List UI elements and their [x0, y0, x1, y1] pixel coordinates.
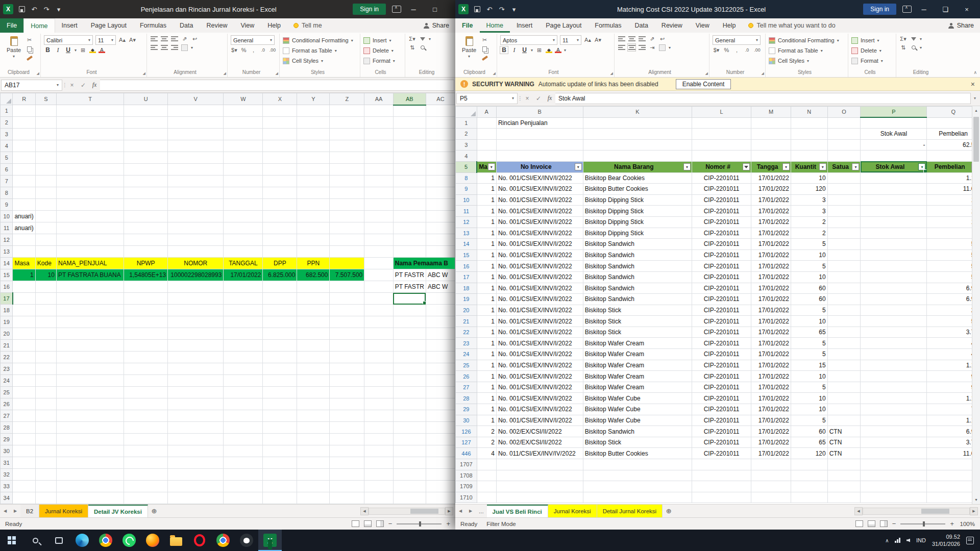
cell[interactable]: Biskitop Stick [583, 316, 692, 327]
cell[interactable] [224, 398, 263, 410]
cell[interactable]: 1 [477, 283, 496, 294]
cell[interactable]: Biskitop Wafer Cream [583, 371, 692, 382]
row-header-26[interactable]: 26 [456, 371, 477, 382]
cell[interactable] [364, 352, 394, 363]
cell[interactable] [168, 105, 224, 117]
sheet-tab-detail-jv-koreksi[interactable]: Detail JV Koreksi [88, 505, 148, 517]
cell[interactable] [297, 363, 330, 375]
cell[interactable] [224, 422, 263, 434]
cell[interactable] [224, 481, 263, 492]
cell[interactable]: 1,54805E+13 [124, 269, 168, 281]
cell[interactable] [263, 457, 297, 469]
row-header-11[interactable]: 11 [456, 206, 477, 217]
cell[interactable] [224, 352, 263, 363]
cell[interactable]: Biskitop Wafer Cream [583, 360, 692, 371]
chevron-down-icon[interactable]: ▾ [564, 48, 566, 53]
cell[interactable] [393, 410, 426, 422]
cell[interactable] [364, 222, 394, 234]
cell[interactable]: 17/01/2022 [751, 216, 791, 228]
fill-color-icon[interactable]: ◆ [89, 47, 96, 53]
cell[interactable] [56, 152, 124, 164]
format-painter-icon[interactable] [481, 55, 488, 62]
cell[interactable] [861, 316, 927, 327]
cell[interactable]: 5 [791, 305, 827, 316]
cell[interactable] [297, 140, 330, 152]
scroll-left-icon[interactable]: ◀ [360, 507, 369, 515]
cell[interactable] [56, 316, 124, 328]
cell[interactable]: 1 [477, 382, 496, 393]
cell[interactable] [330, 164, 364, 176]
cell[interactable] [168, 375, 224, 387]
zoom-in-icon[interactable]: + [950, 520, 954, 528]
insert-function-icon[interactable]: fx [544, 93, 555, 104]
cell[interactable] [13, 293, 35, 305]
cell[interactable]: Biskitop Sandwich [583, 294, 692, 305]
cell[interactable] [56, 222, 124, 234]
cell[interactable] [56, 422, 124, 434]
cell[interactable] [13, 492, 35, 504]
format-as-table-button[interactable]: Format as Table▾ [283, 45, 357, 56]
row-header-17[interactable]: 17 [1, 293, 13, 305]
cell[interactable] [861, 371, 927, 382]
cell[interactable] [330, 422, 364, 434]
cell[interactable] [124, 434, 168, 445]
cell[interactable] [124, 234, 168, 246]
cell[interactable] [297, 340, 330, 352]
cell[interactable] [477, 470, 496, 481]
orientation-icon[interactable]: ⇗ [648, 35, 656, 42]
row-header-24[interactable]: 24 [456, 349, 477, 360]
cell[interactable] [263, 492, 297, 504]
cell[interactable] [263, 398, 297, 410]
cell[interactable]: CTN [827, 437, 861, 448]
cell[interactable] [330, 258, 364, 269]
cell[interactable] [330, 152, 364, 164]
cell[interactable] [330, 129, 364, 140]
chevron-down-icon[interactable]: ▾ [75, 48, 77, 53]
cell[interactable] [364, 211, 394, 222]
cell[interactable] [168, 234, 224, 246]
cell[interactable]: No. 001/CSI/EX/INV/I/2022 [496, 216, 583, 228]
cell[interactable] [124, 469, 168, 481]
cell[interactable] [791, 492, 827, 503]
new-sheet-button[interactable]: ⊕ [663, 505, 675, 517]
shrink-font-icon[interactable]: A▾ [129, 37, 136, 44]
cell[interactable]: 1 [477, 228, 496, 239]
cell[interactable] [426, 176, 455, 187]
cell[interactable] [224, 187, 263, 199]
font-color-icon[interactable]: A [555, 47, 561, 53]
header-cell-no-invoice[interactable]: No Invoice▾ [496, 161, 583, 172]
cell[interactable] [364, 187, 394, 199]
autosum-icon[interactable]: Σ▾ [408, 35, 416, 42]
sort-filter-icon[interactable] [910, 35, 917, 42]
cell[interactable] [13, 457, 35, 469]
row-header-21[interactable]: 21 [456, 316, 477, 327]
align-top-icon[interactable] [150, 35, 158, 42]
cell[interactable]: Rincian Penjualan [496, 117, 583, 129]
cell[interactable]: No. 001/CSI/EX/INV/I/2022 [496, 305, 583, 316]
cell[interactable]: No. 011/CSI/EX/INV/IV/2022 [496, 448, 583, 459]
dialog-launcher-icon[interactable]: ◢ [705, 71, 708, 76]
wrap-text-icon[interactable]: ↩ [191, 35, 199, 42]
cell[interactable]: 60 [791, 294, 827, 305]
cell[interactable]: 5 [791, 382, 827, 393]
scroll-left-icon[interactable]: ◀ [854, 507, 863, 515]
cell[interactable]: Biskitop Sandwich [583, 283, 692, 294]
cell[interactable]: 10 [791, 393, 827, 404]
cell[interactable] [364, 293, 394, 305]
ribbon-tab-help[interactable]: Help [716, 18, 743, 33]
cell[interactable] [168, 305, 224, 316]
cell[interactable] [393, 293, 426, 305]
chevron-down-icon[interactable]: ▾ [429, 37, 431, 41]
cell[interactable] [426, 363, 455, 375]
cell[interactable] [791, 481, 827, 492]
column-header-Z[interactable]: Z [330, 93, 364, 105]
cell[interactable]: Biskitop Sandwich [583, 426, 692, 437]
cell[interactable] [827, 271, 861, 283]
cell[interactable] [168, 398, 224, 410]
whatsapp-taskbar-button[interactable] [117, 530, 141, 551]
cell[interactable] [297, 199, 330, 211]
ribbon-tab-view[interactable]: View [234, 18, 261, 33]
cell[interactable] [861, 492, 927, 503]
cell[interactable]: CIP-2201011 [692, 448, 751, 459]
cell[interactable] [263, 117, 297, 129]
